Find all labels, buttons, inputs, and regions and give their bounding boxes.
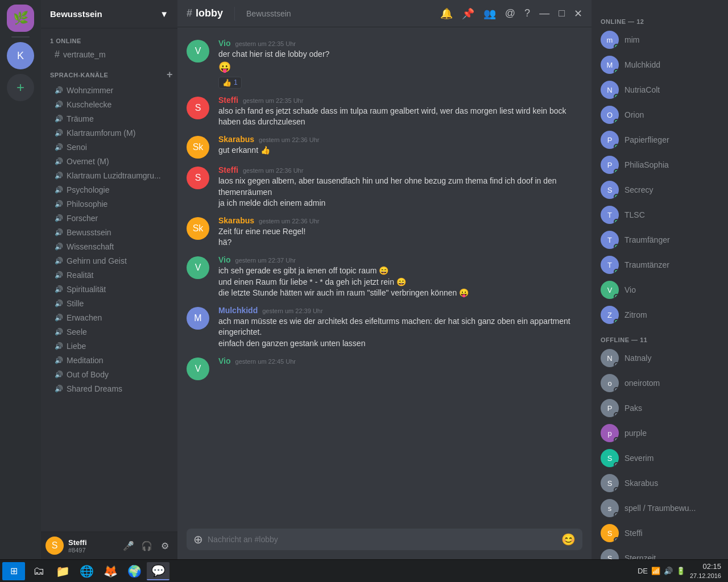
member-item[interactable]: N Natnaly — [596, 346, 723, 371]
status-dot — [614, 412, 619, 417]
member-item[interactable]: S Sternzeit — [596, 546, 723, 559]
member-item[interactable]: S Severim — [596, 446, 723, 471]
voice-channel-item[interactable]: 🔊Träume — [46, 112, 173, 126]
language-indicator: DE — [638, 567, 648, 575]
voice-channel-item[interactable]: 🔊Wohnzimmer — [46, 84, 173, 97]
taskbar-chrome[interactable]: 🌍 — [123, 562, 146, 580]
header-icons: 🔔 📌 👥 @ ? — □ ✕ — [440, 7, 582, 20]
taskbar-date: 27.12.2016 — [690, 572, 721, 580]
member-name: Traumtänzer — [624, 260, 669, 269]
maximize-icon[interactable]: □ — [559, 7, 565, 20]
server-header[interactable]: Bewusstsein ▼ — [41, 0, 177, 28]
member-item[interactable]: p purple — [596, 421, 723, 446]
member-item[interactable]: O Orion — [596, 102, 723, 127]
member-item[interactable]: S Steffi — [596, 521, 723, 546]
member-item[interactable]: P Papierflieger — [596, 127, 723, 152]
attach-icon[interactable]: ⊕ — [193, 533, 203, 546]
message-author[interactable]: Vio — [218, 356, 231, 365]
member-item[interactable]: S Secrecy — [596, 177, 723, 202]
voice-channel-item[interactable]: 🔊Spiritualität — [46, 282, 173, 296]
member-name: Severim — [624, 454, 653, 463]
member-item[interactable]: P Paks — [596, 396, 723, 421]
voice-channel-item[interactable]: 🔊Stille — [46, 297, 173, 310]
member-item[interactable]: m mim — [596, 27, 723, 52]
close-icon[interactable]: ✕ — [574, 7, 582, 20]
voice-channel-item[interactable]: 🔊Forscher — [46, 211, 173, 225]
voice-icon: 🔊 — [55, 86, 63, 94]
member-item[interactable]: Z Zitrom — [596, 302, 723, 327]
server-icon-user[interactable]: K — [7, 42, 34, 69]
pin-icon[interactable]: 📌 — [462, 7, 474, 20]
member-item[interactable]: V Vio — [596, 277, 723, 302]
voice-channel-item[interactable]: 🔊Wissenschaft — [46, 240, 173, 253]
notification-icon[interactable]: 🔔 — [440, 7, 453, 20]
voice-channel-item[interactable]: 🔊Seele — [46, 325, 173, 339]
member-item[interactable]: S Skarabus — [596, 471, 723, 496]
mention-icon[interactable]: @ — [505, 7, 515, 20]
message-content: Steffi gestern um 22:36 Uhr laos nix geg… — [218, 165, 582, 209]
server-icon-bewusstsein[interactable]: 🌿 — [7, 5, 34, 32]
message: S Steffi gestern um 22:36 Uhr laos nix g… — [177, 163, 592, 211]
message-author[interactable]: Steffi — [218, 165, 238, 174]
taskbar-files[interactable]: 📁 — [51, 562, 74, 580]
message-author[interactable]: Steffi — [218, 95, 238, 105]
voice-channel-item[interactable]: 🔊Out of Body — [46, 368, 173, 381]
voice-channel-item[interactable]: 🔊Senoi — [46, 140, 173, 154]
taskbar-discord[interactable]: 💬 — [147, 562, 169, 580]
member-item[interactable]: N NutriaColt — [596, 77, 723, 102]
member-item[interactable]: T Traumfänger — [596, 227, 723, 252]
start-button[interactable]: ⊞ — [2, 562, 25, 580]
member-item[interactable]: o oneirotom — [596, 371, 723, 396]
voice-channel-item[interactable]: 🔊Psychologie — [46, 183, 173, 197]
message-input[interactable] — [208, 529, 557, 550]
settings-button[interactable]: ⚙ — [157, 538, 173, 554]
voice-channel-item[interactable]: 🔊Bewusstsein — [46, 226, 173, 239]
member-avatar: S — [601, 474, 619, 492]
voice-channel-item[interactable]: 🔊Realität — [46, 268, 173, 282]
server-name: Bewusstsein — [50, 9, 102, 19]
member-item[interactable]: M Mulchkidd — [596, 52, 723, 77]
member-name: Mulchkidd — [624, 60, 660, 69]
member-item[interactable]: P PhiliaSophia — [596, 152, 723, 177]
add-channel-button[interactable]: + — [167, 69, 173, 81]
mute-button[interactable]: 🎤 — [121, 538, 136, 554]
member-name: Secrecy — [624, 185, 653, 194]
voice-channel-item[interactable]: 🔊Philosophie — [46, 197, 173, 211]
members-icon[interactable]: 👥 — [483, 7, 496, 20]
voice-icon: 🔊 — [55, 186, 63, 194]
voice-channel-item[interactable]: 🔊Liebe — [46, 339, 173, 353]
voice-channel-item[interactable]: 🔊Meditation — [46, 354, 173, 367]
message-author[interactable]: Vio — [218, 255, 231, 264]
voice-channel-item[interactable]: 🔊Overnet (M) — [46, 155, 173, 168]
status-dot — [614, 144, 619, 149]
help-icon[interactable]: ? — [524, 7, 530, 20]
message-author[interactable]: Skarabus — [218, 135, 254, 144]
member-item[interactable]: T TLSC — [596, 202, 723, 227]
voice-icon: 🔊 — [55, 285, 63, 293]
messages-container: V Vio gestern um 22:35 Uhr der chat hier… — [177, 27, 592, 529]
taskbar-app3[interactable]: 🌐 — [75, 562, 98, 580]
channel-item-vertraute[interactable]: # vertraute_m — [46, 47, 173, 62]
channel-name-header: lobby — [196, 7, 223, 19]
voice-channels-header[interactable]: SPRACH-KANÄLE + — [41, 66, 177, 83]
taskbar-browser[interactable]: 🦊 — [99, 562, 122, 580]
member-item[interactable]: T Traumtänzer — [596, 252, 723, 277]
voice-channel-item[interactable]: 🔊Erwachen — [46, 311, 173, 325]
voice-channel-item[interactable]: 🔊Shared Dreams — [46, 382, 173, 396]
voice-channel-item[interactable]: 🔊Klartraumforum (M) — [46, 126, 173, 140]
minimize-icon[interactable]: — — [539, 7, 549, 20]
deafen-button[interactable]: 🎧 — [139, 538, 155, 554]
message-timestamp: gestern um 22:36 Uhr — [259, 136, 319, 143]
emoji-icon[interactable]: 😊 — [561, 533, 576, 546]
reaction[interactable]: 👍1 — [218, 77, 242, 89]
message-author[interactable]: Skarabus — [218, 216, 254, 225]
voice-channel-item[interactable]: 🔊Gehirn und Geist — [46, 254, 173, 268]
message-author[interactable]: Mulchkidd — [218, 306, 258, 315]
message-author[interactable]: Vio — [218, 39, 231, 48]
voice-channel-item[interactable]: 🔊Kuschelecke — [46, 98, 173, 111]
battery-icon: 🔋 — [676, 567, 685, 575]
member-item[interactable]: s spell / Traumbewu... — [596, 496, 723, 521]
taskbar-explorer[interactable]: 🗂 — [27, 562, 50, 580]
voice-channel-item[interactable]: 🔊Klartraum Luzidtraumgru... — [46, 169, 173, 182]
add-server-button[interactable]: + — [7, 74, 34, 101]
